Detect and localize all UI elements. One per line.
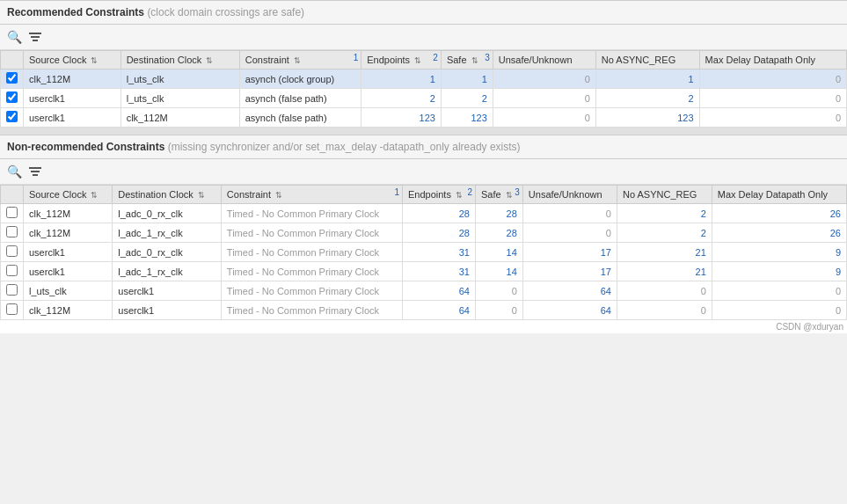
svg-rect-2 xyxy=(33,40,38,41)
constraint-cell: Timed - No Common Primary Clock xyxy=(221,301,402,320)
safe-cell: 0 xyxy=(475,281,522,301)
nonrec-col-dst[interactable]: Destination Clock ⇅ xyxy=(113,186,222,204)
table-cell: 2 xyxy=(361,89,442,108)
maxdelay-cell: 9 xyxy=(712,243,846,262)
safe-cell: 0 xyxy=(475,301,522,320)
table-cell: 1 xyxy=(361,69,442,89)
safe-cell: 14 xyxy=(475,262,522,281)
nonrec-filter-icon[interactable] xyxy=(26,163,44,180)
unsafe-cell: 17 xyxy=(522,243,617,262)
nonrecommended-toolbar: 🔍 xyxy=(0,159,847,185)
rec-col-dst[interactable]: Destination Clock ⇅ xyxy=(120,51,239,69)
unsafe-cell: 17 xyxy=(522,262,617,281)
endpoints-cell: 28 xyxy=(402,204,475,223)
rec-col-unsafe[interactable]: Unsafe/Unknown xyxy=(493,51,595,69)
endpoints-cell: 64 xyxy=(402,301,475,320)
row-checkbox[interactable] xyxy=(1,223,24,243)
endpoints-cell: 64 xyxy=(402,281,475,301)
row-checkbox[interactable] xyxy=(1,89,24,108)
constraint-cell: asynch (false path) xyxy=(239,89,361,108)
nonrecommended-header: Non-recommended Constraints (missing syn… xyxy=(0,135,847,159)
maxdelay-cell: 26 xyxy=(712,223,846,243)
svg-rect-3 xyxy=(29,167,41,169)
safe-cell: 28 xyxy=(475,223,522,243)
nonrec-col-constraint[interactable]: Constraint ⇅1 xyxy=(221,186,402,204)
dst-clock-cell: l_uts_clk xyxy=(120,89,239,108)
maxdelay-cell: 9 xyxy=(712,262,846,281)
dst-clock-cell: l_adc_0_rx_clk xyxy=(113,204,222,223)
rec-col-endpoints[interactable]: Endpoints ⇅2 xyxy=(361,51,442,69)
rec-col-noasync[interactable]: No ASYNC_REG xyxy=(595,51,699,69)
row-checkbox[interactable] xyxy=(1,281,24,301)
row-checkbox[interactable] xyxy=(1,301,24,320)
table-row[interactable]: l_uts_clk userclk1 Timed - No Common Pri… xyxy=(1,281,847,301)
recommended-title: Recommended Constraints xyxy=(7,6,144,18)
nonrec-header-row: Source Clock ⇅ Destination Clock ⇅ Const… xyxy=(1,186,847,204)
dst-clock-cell: l_adc_1_rx_clk xyxy=(113,262,222,281)
nonrec-col-endpoints[interactable]: Endpoints ⇅2 xyxy=(402,186,475,204)
svg-rect-1 xyxy=(31,36,40,38)
rec-col-maxdelay[interactable]: Max Delay Datapath Only xyxy=(699,51,846,69)
table-row[interactable]: clk_112M l_adc_1_rx_clk Timed - No Commo… xyxy=(1,223,847,243)
table-cell: 0 xyxy=(699,69,846,89)
table-row[interactable]: userclk1 clk_112M asynch (false path) 12… xyxy=(1,108,847,128)
nonrec-col-unsafe[interactable]: Unsafe/Unknown xyxy=(522,186,617,204)
rec-col-src[interactable]: Source Clock ⇅ xyxy=(24,51,121,69)
table-cell: 0 xyxy=(493,108,595,128)
rec-col-safe[interactable]: Safe ⇅3 xyxy=(441,51,493,69)
nonrec-col-noasync[interactable]: No ASYNC_REG xyxy=(617,186,712,204)
nonrec-col-maxdelay[interactable]: Max Delay Datapath Only xyxy=(712,186,846,204)
svg-rect-0 xyxy=(29,33,41,34)
src-clock-cell: userclk1 xyxy=(24,262,113,281)
rec-col-check xyxy=(1,51,24,69)
src-clock-cell: clk_112M xyxy=(24,301,113,320)
table-cell: 0 xyxy=(699,108,846,128)
src-clock-cell: clk_112M xyxy=(24,69,121,89)
nonrecommended-title: Non-recommended Constraints xyxy=(7,141,164,153)
constraint-cell: Timed - No Common Primary Clock xyxy=(221,223,402,243)
row-checkbox[interactable] xyxy=(1,262,24,281)
safe-cell: 28 xyxy=(475,204,522,223)
row-checkbox[interactable] xyxy=(1,108,24,128)
rec-col-constraint[interactable]: Constraint ⇅1 xyxy=(239,51,361,69)
row-checkbox[interactable] xyxy=(1,204,24,223)
table-row[interactable]: userclk1 l_adc_0_rx_clk Timed - No Commo… xyxy=(1,243,847,262)
table-cell: 0 xyxy=(699,89,846,108)
noasync-cell: 2 xyxy=(617,204,712,223)
table-row[interactable]: clk_112M l_adc_0_rx_clk Timed - No Commo… xyxy=(1,204,847,223)
table-cell: 0 xyxy=(493,69,595,89)
nonrec-col-src[interactable]: Source Clock ⇅ xyxy=(24,186,113,204)
noasync-cell: 21 xyxy=(617,262,712,281)
table-row[interactable]: clk_112M userclk1 Timed - No Common Prim… xyxy=(1,301,847,320)
table-row[interactable]: clk_112M l_uts_clk asynch (clock group) … xyxy=(1,69,847,89)
table-cell: 2 xyxy=(595,89,699,108)
src-clock-cell: userclk1 xyxy=(24,89,121,108)
nonrec-search-icon[interactable]: 🔍 xyxy=(5,163,23,180)
nonrec-col-safe[interactable]: Safe ⇅3 xyxy=(475,186,522,204)
row-checkbox[interactable] xyxy=(1,243,24,262)
maxdelay-cell: 0 xyxy=(712,301,846,320)
noasync-cell: 0 xyxy=(617,301,712,320)
table-row[interactable]: userclk1 l_uts_clk asynch (false path) 2… xyxy=(1,89,847,108)
maxdelay-cell: 0 xyxy=(712,281,846,301)
table-cell: 2 xyxy=(441,89,493,108)
src-clock-cell: userclk1 xyxy=(24,243,113,262)
section-gap xyxy=(0,128,847,135)
dst-clock-cell: userclk1 xyxy=(113,281,222,301)
table-cell: 123 xyxy=(361,108,442,128)
row-checkbox[interactable] xyxy=(1,69,24,89)
endpoints-cell: 28 xyxy=(402,223,475,243)
svg-rect-5 xyxy=(33,174,38,176)
recommended-header-row: Source Clock ⇅ Destination Clock ⇅ Const… xyxy=(1,51,847,69)
src-clock-cell: l_uts_clk xyxy=(24,281,113,301)
recommended-search-icon[interactable]: 🔍 xyxy=(5,28,23,46)
nonrecommended-subtitle: (missing synchronizer and/or set_max_del… xyxy=(168,141,521,153)
recommended-filter-icon[interactable] xyxy=(26,28,44,46)
table-row[interactable]: userclk1 l_adc_1_rx_clk Timed - No Commo… xyxy=(1,262,847,281)
dst-clock-cell: userclk1 xyxy=(113,301,222,320)
dst-clock-cell: l_adc_0_rx_clk xyxy=(113,243,222,262)
noasync-cell: 0 xyxy=(617,281,712,301)
constraint-cell: Timed - No Common Primary Clock xyxy=(221,262,402,281)
nonrecommended-table: Source Clock ⇅ Destination Clock ⇅ Const… xyxy=(0,185,847,320)
maxdelay-cell: 26 xyxy=(712,204,846,223)
